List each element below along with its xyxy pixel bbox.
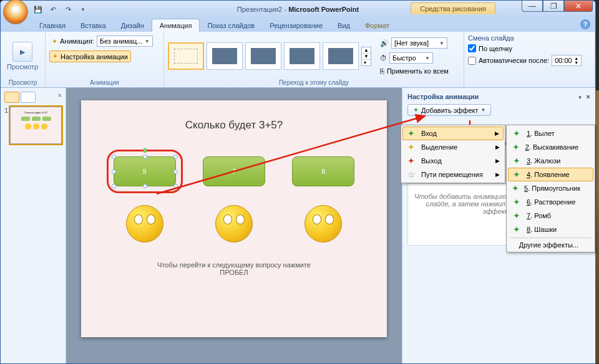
panel-close-icon[interactable]: × xyxy=(58,92,62,103)
effect-fly-in[interactable]: ✦1. Вылет xyxy=(508,127,593,140)
emoji-face[interactable] xyxy=(215,205,253,242)
resize-handle[interactable] xyxy=(143,184,147,188)
star-icon: ✦ xyxy=(406,156,416,166)
menu-entrance[interactable]: ✦Вход▶ xyxy=(402,127,504,140)
sound-dropdown[interactable]: [Нет звука]▼ xyxy=(391,37,447,49)
tab-review[interactable]: Рецензирование xyxy=(262,19,330,32)
resize-handle[interactable] xyxy=(143,155,147,159)
group-preview: ▶ Просмотр Просмотр xyxy=(1,32,46,87)
apply-to-all-button[interactable]: ⎘Применить ко всем xyxy=(377,66,451,76)
slide-thumbnails-panel: × 1 Сколько будет 3+5? xyxy=(1,88,66,363)
answer-8-shape[interactable]: 8 xyxy=(292,156,354,186)
emoji-row xyxy=(100,205,368,242)
title-bar: 💾 ↶ ↷ ▼ Презентация2 - Microsoft PowerPo… xyxy=(1,1,595,18)
menu-exit[interactable]: ✦Выход▶ xyxy=(402,154,504,168)
window-controls: — ❐ ✕ xyxy=(522,1,593,12)
resize-handle[interactable] xyxy=(112,184,116,188)
menu-motion-paths[interactable]: ☆Пути перемещения▶ xyxy=(402,168,504,181)
group-advance: Смена слайда По щелчку Автоматически пос… xyxy=(464,32,595,87)
resize-handle[interactable] xyxy=(173,170,178,174)
gallery-down-icon[interactable]: ▼ xyxy=(362,53,371,59)
emoji-face[interactable] xyxy=(126,205,163,242)
ribbon: ▶ Просмотр Просмотр ✦ Анимация: Без аним… xyxy=(1,32,595,88)
resize-handle[interactable] xyxy=(173,155,178,159)
tab-design[interactable]: Дизайн xyxy=(114,19,152,32)
animate-dropdown[interactable]: Без анимац...▼ xyxy=(97,36,153,47)
preview-icon: ▶ xyxy=(12,42,32,62)
on-click-checkbox[interactable]: По щелчку xyxy=(468,44,512,52)
slide-editor[interactable]: Сколько будет 3+5? 9 7 xyxy=(66,88,402,363)
gallery-up-icon[interactable]: ▲ xyxy=(362,47,371,53)
close-button[interactable]: ✕ xyxy=(564,1,593,12)
animate-dropdown-row: ✦ Анимация: Без анимац...▼ xyxy=(49,34,155,48)
effect-box[interactable]: ✦5. Прямоугольник xyxy=(508,181,593,195)
resize-handle[interactable] xyxy=(173,184,178,188)
transition-item[interactable] xyxy=(245,42,281,70)
app-name: Microsoft PowerPoint xyxy=(288,6,359,13)
transition-item[interactable] xyxy=(284,42,320,70)
star-icon: ✦ xyxy=(512,224,522,234)
tab-animation[interactable]: Анимация xyxy=(152,19,200,32)
animation-settings-button[interactable]: ✦ Настройка анимации xyxy=(49,50,131,62)
group-label-preview: Просмотр xyxy=(4,78,41,86)
add-effect-button[interactable]: ✦ Добавить эффект ▼ xyxy=(407,104,491,116)
tab-view[interactable]: Вид xyxy=(330,19,358,32)
menu-separator xyxy=(510,237,591,238)
star-icon: ✦ xyxy=(512,183,519,193)
minimize-button[interactable]: — xyxy=(522,1,543,12)
effect-peek-in[interactable]: ✦2. Выскакивание xyxy=(508,140,593,154)
more-effects[interactable]: Другие эффекты... xyxy=(508,239,593,251)
outline-view-button[interactable] xyxy=(21,92,36,103)
star-icon: ✦ xyxy=(406,128,416,138)
star-icon: ✦ xyxy=(406,142,416,152)
transition-gallery[interactable]: ▲ ▼ ▾ xyxy=(168,42,371,70)
slide-canvas[interactable]: Сколько будет 3+5? 9 7 xyxy=(81,100,387,337)
undo-icon[interactable]: ↶ xyxy=(47,3,59,16)
transition-item[interactable] xyxy=(323,42,359,70)
chevron-down-icon: ▼ xyxy=(145,39,150,44)
answer-7-shape[interactable]: 7 xyxy=(203,156,265,186)
pane-close-icon[interactable]: × xyxy=(587,93,590,100)
effect-appear[interactable]: ✦4. Появление xyxy=(508,168,593,181)
menu-emphasis[interactable]: ✦Выделение▶ xyxy=(402,140,504,154)
effect-dissolve[interactable]: ✦6. Растворение xyxy=(508,195,593,209)
rotate-handle[interactable] xyxy=(143,148,147,153)
help-icon[interactable]: ? xyxy=(580,19,590,29)
doc-name: Презентация2 xyxy=(237,6,283,13)
animate-label: Анимация: xyxy=(60,37,94,45)
add-effect-menu: ✦Вход▶ ✦Выделение▶ ✦Выход▶ ☆Пути перемещ… xyxy=(401,125,505,183)
window-title: Презентация2 - Microsoft PowerPoint xyxy=(1,6,595,13)
preview-button[interactable]: ▶ Просмотр xyxy=(4,41,41,72)
transition-none[interactable] xyxy=(168,42,204,70)
submenu-arrow-icon: ▶ xyxy=(495,144,500,150)
slides-view-button[interactable] xyxy=(4,92,19,103)
tab-home[interactable]: Главная xyxy=(32,19,73,32)
tab-slideshow[interactable]: Показ слайдов xyxy=(200,19,262,32)
redo-icon[interactable]: ↷ xyxy=(62,3,74,16)
tab-insert[interactable]: Вставка xyxy=(73,19,114,32)
star-icon: ✦ xyxy=(512,142,520,152)
answer-9-shape[interactable]: 9 xyxy=(114,156,176,186)
resize-handle[interactable] xyxy=(112,155,116,159)
entrance-submenu: ✦1. Вылет ✦2. Выскакивание ✦3. Жалюзи ✦4… xyxy=(506,125,595,252)
auto-time-input[interactable]: 00:00▲▼ xyxy=(552,55,582,66)
apply-all-icon: ⎘ xyxy=(380,67,384,75)
transition-item[interactable] xyxy=(207,42,243,70)
effect-diamond[interactable]: ✦7. Ромб xyxy=(508,209,593,223)
effect-checkerboard[interactable]: ✦8. Шашки xyxy=(508,223,593,236)
auto-after-checkbox[interactable]: Автоматически после: 00:00▲▼ xyxy=(468,55,582,66)
question-title: Сколько будет 3+5? xyxy=(100,119,368,132)
gallery-more-icon[interactable]: ▾ xyxy=(362,59,371,65)
speed-dropdown[interactable]: Быстро▼ xyxy=(389,52,433,64)
pane-menu-icon[interactable]: ▼ × xyxy=(578,93,590,100)
maximize-button[interactable]: ❐ xyxy=(543,1,564,12)
emoji-face[interactable] xyxy=(304,205,342,242)
group-label-animation: Анимация xyxy=(49,78,160,86)
effect-blinds[interactable]: ✦3. Жалюзи xyxy=(508,154,593,168)
save-icon[interactable]: 💾 xyxy=(32,3,44,16)
slide-thumbnail[interactable]: Сколько будет 3+5? xyxy=(10,107,62,144)
office-button[interactable] xyxy=(3,0,28,24)
resize-handle[interactable] xyxy=(112,170,116,174)
qat-dropdown-icon[interactable]: ▼ xyxy=(77,3,89,16)
tab-format[interactable]: Формат xyxy=(358,19,397,32)
